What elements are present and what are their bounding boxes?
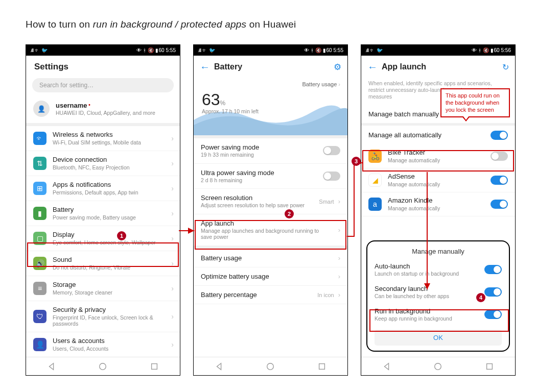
chevron-right-icon: › — [171, 259, 174, 267]
battery-item-0[interactable]: Power saving mode19 h 33 min remaining — [194, 138, 347, 164]
signal-icon: .ılll — [30, 48, 33, 53]
title-em: run in background / protected apps — [93, 19, 246, 30]
settings-item-wifi[interactable]: ᯤ Wireless & networksWi-Fi, Dual SIM set… — [26, 126, 180, 151]
battery-chart[interactable]: 63% Approx. 17 h 10 min left — [194, 89, 347, 135]
modal-title: Manage manually — [367, 248, 509, 255]
step-badge-1: 1 — [117, 231, 126, 240]
svg-rect-3 — [319, 363, 324, 369]
battery-status: ▮60 — [491, 47, 499, 53]
settings-item-text: DisplayEye comfort, Home screen style, W… — [53, 231, 156, 246]
battery-status: ▮60 — [323, 47, 332, 53]
svg-point-0 — [100, 363, 106, 370]
settings-item-users[interactable]: 👤 Users & accountsUsers, Cloud, Accounts… — [26, 332, 180, 357]
settings-item-text: Device connectionBluetooth, NFC, Easy Pr… — [53, 156, 130, 170]
toggle[interactable] — [323, 146, 340, 155]
battery-item-2[interactable]: Screen resolutionAdjust screen resolutio… — [194, 189, 347, 214]
status-right: 👁ᚼ🔇▮605:56 — [472, 47, 511, 53]
modal-item-0[interactable]: Auto-launchLaunch on startup or in backg… — [367, 258, 509, 281]
ok-button[interactable]: OK — [375, 330, 502, 346]
app-launch-title: App launch — [382, 62, 426, 71]
status-right: 👁ᚼ🔇▮605:55 — [136, 47, 176, 53]
battery-percent: 63% — [202, 90, 339, 109]
app-toggle[interactable] — [491, 152, 508, 161]
title-prefix: How to turn on — [26, 19, 93, 30]
nav-home-button[interactable] — [98, 362, 107, 371]
chevron-right-icon: › — [338, 291, 340, 299]
modal-toggle[interactable] — [484, 287, 502, 297]
nav-recent-button[interactable] — [150, 362, 159, 371]
status-left: .ılllᯤ🐦 — [198, 47, 215, 53]
chevron-right-icon: › — [171, 209, 174, 217]
search-input[interactable]: Search for setting… — [32, 78, 174, 92]
battery-usage-link[interactable]: Battery usage — [194, 78, 347, 89]
svg-rect-1 — [151, 363, 157, 369]
settings-item-display[interactable]: ▢ DisplayEye comfort, Home screen style,… — [26, 226, 180, 251]
settings-item-apps[interactable]: ⊞ Apps & notificationsPermissions, Defau… — [26, 176, 180, 201]
chevron-right-icon: › — [171, 134, 174, 142]
chevron-right-icon: › — [171, 234, 174, 242]
app-row-1[interactable]: ◢ AdSenseManage automatically — [361, 168, 515, 192]
chevron-right-icon: › — [171, 184, 174, 192]
battery-item-6[interactable]: Battery percentageIn icon› — [194, 286, 347, 304]
nav-recent-button[interactable] — [485, 362, 494, 371]
app-toggle[interactable] — [491, 200, 508, 209]
manage-all-row[interactable]: Manage all automatically — [361, 126, 515, 144]
nav-back-button[interactable] — [382, 362, 391, 371]
security-icon: 🛡 — [33, 310, 46, 323]
status-time: 5:55 — [334, 47, 343, 53]
settings-item-text: Users & accountsUsers, Cloud, Accounts — [53, 337, 108, 352]
battery-item-5[interactable]: Optimize battery usage› — [194, 267, 347, 286]
battery-item-4[interactable]: Battery usage› — [194, 249, 347, 267]
app-text: AdSenseManage automatically — [388, 173, 440, 187]
modal-toggle[interactable] — [484, 310, 502, 319]
phones-container: .ılllᯤ🐦 👁ᚼ🔇▮605:55 Settings Search for s… — [26, 44, 534, 376]
bluetooth-status-icon: ᚼ — [311, 47, 314, 53]
modal-items: Auto-launchLaunch on startup or in backg… — [367, 258, 509, 326]
signal-icon: .ılll — [365, 48, 368, 53]
app-row-0[interactable]: 🚴 BIke TrackerManage automatically — [361, 144, 515, 168]
status-bar: .ılllᯤ🐦 👁ᚼ🔇▮605:55 — [194, 45, 347, 56]
toggle[interactable] — [323, 172, 340, 181]
username: username — [56, 102, 155, 109]
modal-item-1[interactable]: Secondary launchCan be launched by other… — [367, 281, 509, 303]
nav-bar — [194, 357, 347, 375]
settings-item-text: Security & privacyFingerprint ID, Face u… — [53, 306, 173, 327]
gear-icon[interactable]: ⚙ — [334, 62, 341, 72]
battery-item-1[interactable]: Ultra power saving mode2 d 8 h remaining — [194, 164, 347, 189]
apps-icon: ⊞ — [33, 182, 46, 195]
settings-item-security[interactable]: 🛡 Security & privacyFingerprint ID, Face… — [26, 301, 180, 332]
phone-screen-2: .ılllᯤ🐦 👁ᚼ🔇▮605:55 ← Battery ⚙ Battery u… — [193, 44, 348, 376]
signal-icon: .ılll — [198, 48, 201, 53]
sound-icon: 🔊 — [33, 257, 46, 270]
nav-home-button[interactable] — [266, 362, 275, 371]
app-toggle[interactable] — [491, 176, 508, 185]
settings-item-text: Apps & notificationsPermissions, Default… — [53, 181, 138, 195]
settings-item-text: StorageMemory, Storage cleaner — [53, 281, 112, 296]
step-badge-4: 4 — [476, 293, 485, 302]
user-sub: HUAWEI ID, Cloud, AppGallery, and more — [56, 110, 155, 116]
modal-item-2[interactable]: Run in backgroundKeep app running in bac… — [367, 303, 509, 326]
nav-back-button[interactable] — [215, 362, 224, 371]
settings-item-sound[interactable]: 🔊 SoundDo not disturb, Ringtone, Vibrate… — [26, 251, 180, 276]
history-icon[interactable]: ↻ — [502, 62, 509, 72]
manage-all-toggle[interactable] — [491, 131, 508, 140]
step-badge-3: 3 — [352, 157, 361, 166]
wifi-status-icon: ᯤ — [202, 47, 207, 53]
battery-item-3[interactable]: App launchManage app launches and backgr… — [194, 214, 347, 246]
modal-toggle[interactable] — [484, 265, 502, 274]
user-account-row[interactable]: 👤 username HUAWEI ID, Cloud, AppGallery,… — [26, 97, 180, 123]
settings-item-battery[interactable]: ▮ BatteryPower saving mode, Battery usag… — [26, 201, 180, 226]
nav-home-button[interactable] — [433, 362, 442, 371]
user-text: username HUAWEI ID, Cloud, AppGallery, a… — [56, 102, 155, 116]
phone-screen-3: .ılllᯤ🐦 👁ᚼ🔇▮605:56 ← App launch ↻ When e… — [361, 44, 516, 376]
app-text: Amazon KindleManage automatically — [388, 197, 440, 211]
settings-item-storage[interactable]: ≡ StorageMemory, Storage cleaner › — [26, 276, 180, 301]
back-arrow-icon[interactable]: ← — [200, 61, 210, 73]
chevron-right-icon: › — [338, 226, 340, 234]
back-arrow-icon[interactable]: ← — [367, 61, 378, 73]
app-row-2[interactable]: a Amazon KindleManage automatically — [361, 192, 515, 216]
settings-item-bluetooth[interactable]: ⇅ Device connectionBluetooth, NFC, Easy … — [26, 151, 180, 176]
svg-point-4 — [435, 363, 441, 370]
nav-back-button[interactable] — [47, 362, 56, 371]
nav-recent-button[interactable] — [317, 362, 326, 371]
